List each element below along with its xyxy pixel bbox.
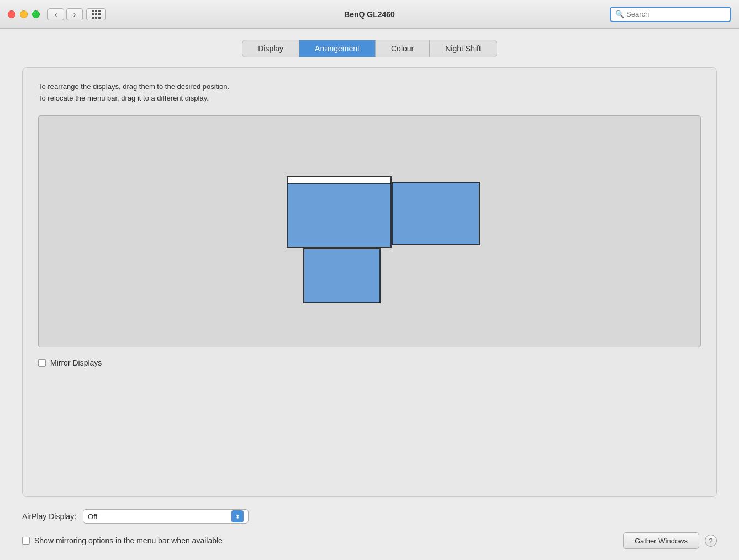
bottom-full-row: Show mirroring options in the menu bar w… xyxy=(22,532,717,549)
arrangement-area xyxy=(38,115,701,347)
gather-windows-button[interactable]: Gather Windows xyxy=(623,532,699,549)
airplay-value: Off xyxy=(88,513,97,521)
panel-description: To rearrange the displays, drag them to … xyxy=(38,81,701,104)
display-3[interactable] xyxy=(303,248,381,303)
search-box[interactable]: 🔍 xyxy=(610,7,731,22)
titlebar: ‹ › BenQ GL2460 🔍 xyxy=(0,0,739,29)
tabs-row: Display Arrangement Colour Night Shift xyxy=(22,40,717,57)
grid-dots-icon xyxy=(92,10,101,19)
airplay-select[interactable]: Off ⬍ xyxy=(83,509,249,524)
airplay-row: AirPlay Display: Off ⬍ xyxy=(22,509,717,524)
panel: To rearrange the displays, drag them to … xyxy=(22,67,717,497)
description-line1: To rearrange the displays, drag them to … xyxy=(38,81,701,93)
help-button[interactable]: ? xyxy=(705,535,717,547)
search-icon: 🔍 xyxy=(615,10,624,18)
airplay-label: AirPlay Display: xyxy=(22,512,76,521)
show-mirroring-checkbox[interactable] xyxy=(22,537,30,545)
mirror-displays-checkbox[interactable] xyxy=(38,359,46,367)
tabs-container: Display Arrangement Colour Night Shift xyxy=(242,40,497,57)
display-2[interactable] xyxy=(392,182,480,245)
mirror-displays-label: Mirror Displays xyxy=(50,358,102,367)
display-1[interactable] xyxy=(287,176,392,248)
description-line2: To relocate the menu bar, drag it to a d… xyxy=(38,93,701,104)
show-mirroring-label: Show mirroring options in the menu bar w… xyxy=(34,536,223,545)
back-button[interactable]: ‹ xyxy=(47,8,64,20)
minimize-button[interactable] xyxy=(20,10,28,18)
main-content: Display Arrangement Colour Night Shift T… xyxy=(0,29,739,560)
tab-night-shift[interactable]: Night Shift xyxy=(430,40,497,57)
app-grid-button[interactable] xyxy=(86,8,106,20)
tab-display[interactable]: Display xyxy=(242,40,299,57)
traffic-lights xyxy=(8,10,40,18)
show-mirroring-row: Show mirroring options in the menu bar w… xyxy=(22,536,223,545)
maximize-button[interactable] xyxy=(32,10,40,18)
display-1-menubar xyxy=(288,177,390,184)
airplay-select-arrow: ⬍ xyxy=(231,510,244,522)
close-button[interactable] xyxy=(8,10,15,18)
chevron-updown-icon: ⬍ xyxy=(235,514,240,520)
nav-buttons: ‹ › xyxy=(47,8,83,20)
search-input[interactable] xyxy=(626,10,726,18)
display-layout xyxy=(254,165,485,298)
bottom-buttons: Gather Windows ? xyxy=(623,532,717,549)
window-title: BenQ GL2460 xyxy=(344,10,395,19)
bottom-section: AirPlay Display: Off ⬍ Show mirroring op… xyxy=(22,509,717,549)
tab-colour[interactable]: Colour xyxy=(376,40,430,57)
tab-arrangement[interactable]: Arrangement xyxy=(299,40,376,57)
forward-button[interactable]: › xyxy=(66,8,83,20)
mirror-row: Mirror Displays xyxy=(38,358,701,367)
